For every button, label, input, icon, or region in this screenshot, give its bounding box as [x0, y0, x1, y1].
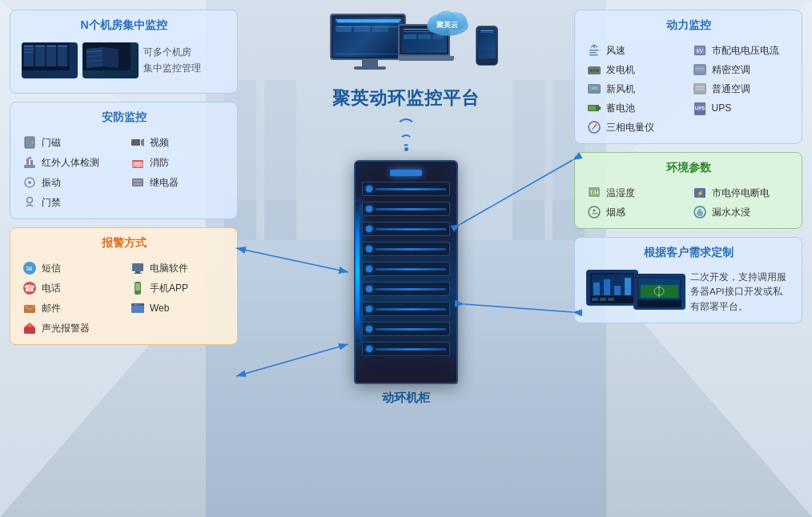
security-item-video: 视频	[130, 134, 226, 150]
svg-rect-123	[641, 285, 678, 298]
svg-text:消防: 消防	[132, 161, 144, 167]
svg-point-103	[589, 206, 600, 218]
security-panel: 安防监控 门磁 视频 红外	[10, 102, 238, 219]
email-icon	[22, 300, 38, 316]
svg-rect-43	[132, 178, 143, 186]
svg-point-61	[137, 304, 139, 306]
svg-text:kV: kV	[696, 48, 703, 54]
power-cut-icon: ⚡	[692, 185, 708, 201]
wifi-signal	[396, 118, 416, 153]
alert-item-web: Web	[130, 300, 226, 316]
svg-rect-94	[589, 106, 596, 110]
svg-point-46	[27, 198, 33, 203]
svg-text:⚡: ⚡	[696, 190, 703, 197]
normal-ac-icon	[692, 81, 708, 97]
temp-icon: T/H	[586, 185, 602, 201]
custom-panel: 根据客户需求定制	[574, 237, 802, 323]
main-container: N个机房集中监控	[0, 0, 812, 517]
meter-label: 三相电量仪	[606, 121, 654, 134]
elec-label: 市配电电压电流	[712, 44, 779, 58]
svg-rect-51	[134, 273, 142, 274]
svg-marker-26	[86, 47, 103, 68]
svg-rect-23	[58, 46, 67, 46]
power-item-generator: 发电机	[586, 62, 685, 78]
datacenter-image-1	[22, 42, 78, 78]
env-item-smoke: 烟感	[586, 204, 685, 220]
security-item-door-magnetic: 门磁	[22, 134, 118, 150]
svg-rect-19	[35, 46, 45, 46]
unit-bar-3	[376, 228, 446, 230]
svg-rect-18	[35, 46, 45, 67]
svg-rect-82	[593, 69, 596, 72]
svg-rect-116	[625, 278, 631, 295]
smoke-label: 烟感	[606, 206, 625, 219]
svg-rect-90	[696, 86, 704, 87]
security-item-infrared: 红外人体检测	[22, 154, 118, 170]
svg-rect-75	[589, 54, 598, 56]
power-item-precision-ac: 精密空调	[692, 62, 791, 78]
unit-bar-4	[376, 248, 446, 250]
power-item-wind: 风速	[586, 42, 685, 58]
datacenter-description: 可多个机房 集中监控管理	[143, 42, 201, 78]
svg-rect-73	[589, 50, 599, 51]
svg-text:T/H: T/H	[589, 190, 598, 195]
cabinet-unit-1	[362, 182, 450, 196]
cabinet-unit-4	[362, 242, 450, 256]
env-title: 环境参数	[586, 161, 790, 178]
cabinet-unit-6	[362, 282, 450, 296]
cabinet-unit-9	[362, 342, 450, 356]
power-title: 动力监控	[586, 18, 790, 36]
water-icon	[692, 204, 708, 220]
cabinet-blue-light	[356, 202, 360, 343]
web-icon	[130, 300, 146, 316]
custom-img-2	[633, 274, 685, 310]
water-label: 漏水水浸	[712, 206, 750, 219]
svg-rect-126	[637, 300, 681, 307]
phone-device	[476, 26, 498, 66]
platform-title: 聚英动环监控平台	[332, 86, 480, 110]
app-icon	[130, 280, 146, 296]
svg-rect-91	[696, 89, 704, 90]
relay-label: 继电器	[150, 176, 179, 190]
svg-rect-22	[58, 46, 67, 67]
svg-rect-21	[46, 46, 56, 46]
web-label: Web	[150, 303, 169, 314]
alert-item-app: 手机APP	[130, 280, 226, 296]
env-panel: 环境参数 T/H 温湿度 ⚡ 市电停电断电	[574, 152, 802, 229]
custom-images	[586, 270, 685, 310]
unit-bar-1	[376, 188, 446, 190]
power-cut-label: 市电停电断电	[712, 186, 770, 200]
svg-rect-20	[46, 46, 56, 67]
svg-rect-119	[600, 298, 606, 301]
unit-bar-6	[376, 288, 446, 291]
security-item-relay: 继电器	[130, 174, 226, 190]
cabinet-label: 动环机柜	[382, 391, 430, 406]
svg-rect-118	[592, 298, 598, 301]
svg-rect-38	[28, 157, 31, 159]
cabinet-img	[354, 160, 458, 384]
alert-item-pc: 电脑软件	[130, 260, 226, 276]
cabinet-area: 动环机柜	[354, 160, 458, 507]
svg-rect-35	[24, 165, 35, 168]
alert-item-sms: ✉ 短信	[22, 260, 118, 276]
ups-icon: UPS	[692, 100, 708, 116]
generator-label: 发电机	[606, 63, 635, 77]
normal-ac-label: 普通空调	[712, 82, 750, 96]
cloud-svg: 聚英云	[420, 3, 476, 39]
alert-title: 报警方式	[22, 236, 226, 254]
svg-point-42	[28, 181, 31, 184]
door-magnetic-label: 门磁	[42, 136, 61, 150]
unit-bar-7	[376, 308, 446, 311]
datacenter-title: N个机房集中监控	[22, 18, 226, 36]
alert-item-phone: ☎ 电话	[22, 280, 118, 296]
sms-icon: ✉	[22, 260, 38, 276]
phone-screen	[478, 30, 496, 58]
battery-icon	[586, 100, 602, 116]
cabinet-unit-3	[362, 222, 450, 236]
svg-point-81	[596, 69, 600, 73]
svg-rect-62	[24, 327, 35, 334]
phone-body	[476, 26, 498, 66]
alert-item-alarm: 声光报警器	[22, 320, 118, 336]
power-item-elec: kV 市配电电压电流	[692, 42, 791, 58]
svg-text:✉: ✉	[26, 265, 33, 273]
